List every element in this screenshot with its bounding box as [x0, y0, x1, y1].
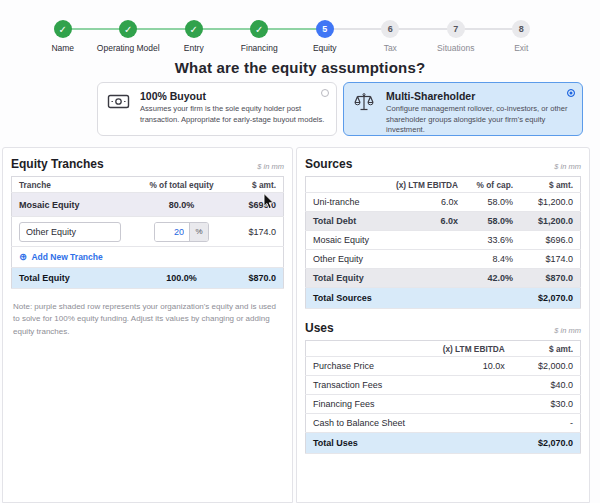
step-number: 5 [316, 20, 334, 38]
step-label: Tax [384, 43, 397, 53]
equity-tranches-header: Equity Tranches $ in mm [11, 157, 284, 171]
tranche-amt: $174.0 [224, 217, 284, 247]
check-icon: ✓ [250, 20, 268, 38]
table-row-mosaic-equity: Mosaic Equity 80.0% $696.0 [12, 193, 284, 217]
row-ebitda [388, 269, 465, 288]
equity-assumptions-page: ✓ Name ✓ Operating Model ✓ Entry ✓ Finan… [0, 0, 600, 503]
step-label: Entry [184, 43, 204, 53]
table-row-mosaic-equity: Mosaic Equity 33.6% $696.0 [306, 231, 581, 250]
table-row-cash-to-balance-sheet: Cash to Balance Sheet - [306, 414, 581, 433]
tranche-pct: 80.0% [139, 193, 223, 217]
uses-header: Uses $ in mm [305, 321, 581, 335]
row-pct: 58.0% [465, 212, 520, 231]
step-label: Operating Model [97, 43, 160, 53]
row-label: Cash to Balance Sheet [306, 414, 427, 433]
row-amt: $40.0 [512, 376, 581, 395]
step-label: Financing [241, 43, 278, 53]
table-row-purchase-price: Purchase Price 10.0x $2,000.0 [306, 357, 581, 376]
col-header-tranche: Tranche [12, 177, 140, 193]
row-label: Purchase Price [306, 357, 427, 376]
col-header-ebitda: (x) LTM EBITDA [427, 341, 512, 357]
stepper-step-equity-current[interactable]: 5 Equity [292, 20, 358, 53]
step-label: Equity [313, 43, 337, 53]
equity-mode-options: 100% Buyout Assumes your firm is the sol… [97, 82, 583, 136]
tranche-pct-input[interactable] [155, 223, 189, 241]
units-label: $ in mm [554, 162, 581, 171]
row-label: Transaction Fees [306, 376, 427, 395]
stepper-step-operating-model[interactable]: ✓ Operating Model [96, 20, 162, 53]
stepper-step-situations[interactable]: 7 Situations [423, 20, 489, 53]
percent-suffix: % [189, 223, 208, 241]
option-title: Multi-Shareholder [386, 90, 573, 102]
add-link-label: Add New Tranche [31, 252, 102, 262]
card-content: 100% Buyout Assumes your firm is the sol… [140, 90, 327, 129]
row-pct: 33.6% [465, 231, 520, 250]
row-amt: $174.0 [520, 250, 581, 269]
sources-table: (x) LTM EBITDA % of cap. $ amt. Uni-tran… [305, 176, 581, 309]
stepper-step-tax[interactable]: 6 Tax [358, 20, 424, 53]
stepper-step-exit[interactable]: 8 Exit [489, 20, 555, 53]
row-label: Uni-tranche [306, 193, 389, 212]
row-label: Total Equity [306, 269, 389, 288]
table-row-other-equity: Other Equity 8.4% $174.0 [306, 250, 581, 269]
option-card-100-buyout[interactable]: 100% Buyout Assumes your firm is the sol… [97, 82, 337, 136]
check-icon: ✓ [54, 20, 72, 38]
step-number: 8 [512, 20, 530, 38]
add-new-tranche-button[interactable]: ⊕ Add New Tranche [19, 252, 103, 262]
card-content: Multi-Shareholder Configure management r… [386, 90, 573, 129]
total-amt: $870.0 [224, 268, 284, 289]
row-ebitda [388, 250, 465, 269]
step-label: Exit [514, 43, 528, 53]
total-label: Total Sources [306, 288, 389, 309]
total-amt: $2,070.0 [512, 433, 581, 454]
total-pct: 100.0% [139, 268, 223, 289]
stepper-step-financing[interactable]: ✓ Financing [227, 20, 293, 53]
col-header-amt: $ amt. [512, 341, 581, 357]
total-label: Total Equity [12, 268, 140, 289]
tranche-name-input[interactable] [19, 222, 121, 242]
table-row-total-debt: Total Debt 6.0x 58.0% $1,200.0 [306, 212, 581, 231]
col-header-blank [306, 177, 389, 193]
total-label: Total Uses [306, 433, 427, 454]
mouse-cursor [263, 193, 275, 214]
col-header-pct: % of cap. [465, 177, 520, 193]
radio-selected-icon[interactable] [567, 89, 575, 97]
tranche-pct-input-group: % [154, 222, 209, 242]
row-label: Mosaic Equity [306, 231, 389, 250]
table-row-other-equity: % $174.0 [12, 217, 284, 247]
table-row-total-equity: Total Equity 42.0% $870.0 [306, 269, 581, 288]
step-number: 6 [381, 20, 399, 38]
row-amt: $870.0 [520, 269, 581, 288]
row-amt: $1,200.0 [520, 193, 581, 212]
row-label: Other Equity [306, 250, 389, 269]
option-card-multi-shareholder[interactable]: Multi-Shareholder Configure management r… [343, 82, 583, 136]
step-number: 7 [447, 20, 465, 38]
purple-row-note: Note: purple shaded row represents your … [11, 301, 284, 338]
row-amt: $30.0 [512, 395, 581, 414]
col-header-amt: $ amt. [224, 177, 284, 193]
plus-circle-icon: ⊕ [19, 252, 27, 262]
balance-scale-icon [353, 90, 377, 129]
banknote-icon [107, 90, 131, 129]
row-ebitda [427, 395, 512, 414]
uses-table: (x) LTM EBITDA $ amt. Purchase Price 10.… [305, 340, 581, 454]
sources-header: Sources $ in mm [305, 157, 581, 171]
uses-section: Uses $ in mm (x) LTM EBITDA $ amt. Purch… [305, 321, 581, 454]
wizard-stepper: ✓ Name ✓ Operating Model ✓ Entry ✓ Finan… [30, 20, 554, 53]
option-description: Assumes your firm is the sole equity hol… [140, 104, 327, 125]
stepper-step-entry[interactable]: ✓ Entry [161, 20, 227, 53]
tranche-name: Mosaic Equity [12, 193, 140, 217]
step-label: Name [51, 43, 74, 53]
stepper-step-name[interactable]: ✓ Name [30, 20, 96, 53]
radio-unselected-icon[interactable] [321, 89, 329, 97]
option-description: Configure management rollover, co-invest… [386, 104, 573, 136]
equity-tranches-table: Tranche % of total equity $ amt. Mosaic … [11, 176, 284, 289]
total-sources-row: Total Sources $2,070.0 [306, 288, 581, 309]
page-title: What are the equity assumptions? [0, 59, 600, 76]
units-label: $ in mm [257, 162, 284, 171]
units-label: $ in mm [554, 326, 581, 335]
col-header-pct: % of total equity [139, 177, 223, 193]
sources-uses-panel: Sources $ in mm (x) LTM EBITDA % of cap.… [296, 147, 590, 503]
section-title: Equity Tranches [11, 157, 104, 171]
add-tranche-row: ⊕ Add New Tranche [12, 247, 284, 268]
